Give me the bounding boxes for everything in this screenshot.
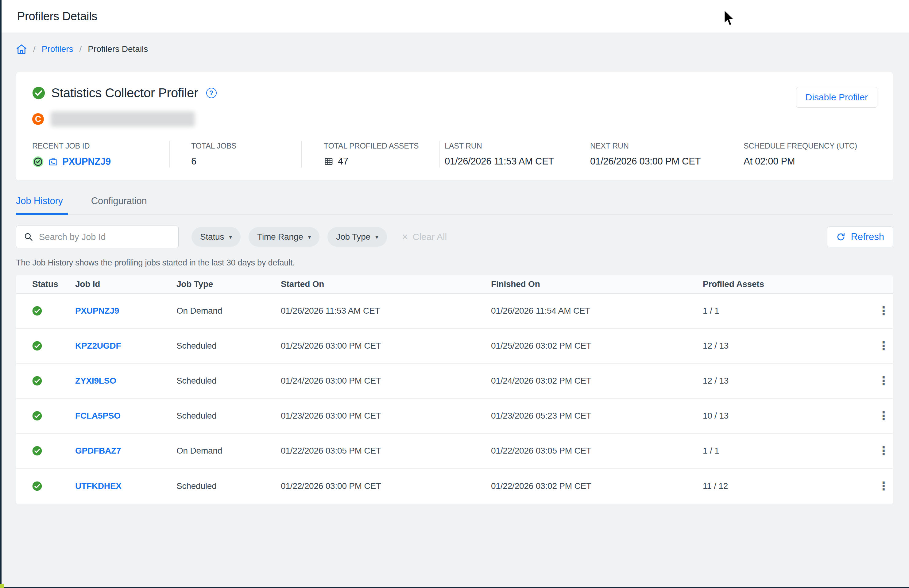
stat-label: RECENT JOB ID xyxy=(32,142,170,150)
started-on-cell: 01/26/2026 11:53 AM CET xyxy=(281,306,491,316)
status-success-icon xyxy=(32,411,75,421)
job-type-cell: Scheduled xyxy=(176,411,281,421)
stat-total-jobs: TOTAL JOBS 6 xyxy=(170,141,302,168)
tab-job-history[interactable]: Job History xyxy=(16,195,64,215)
time-range-filter-dropdown[interactable]: Time Range ▾ xyxy=(249,227,320,247)
search-icon xyxy=(24,232,34,242)
table-row: GPDFBAZ7 On Demand 01/22/2026 03:05 PM C… xyxy=(16,434,893,468)
profiled-assets-cell: 1 / 1 xyxy=(703,446,875,456)
started-on-cell: 01/25/2026 03:00 PM CET xyxy=(281,341,491,351)
status-filter-label: Status xyxy=(200,232,224,242)
breadcrumb-separator: / xyxy=(79,44,82,54)
finished-on-cell: 01/24/2026 03:02 PM CET xyxy=(491,376,703,386)
table-row: ZYXI9LSO Scheduled 01/24/2026 03:00 PM C… xyxy=(16,363,893,399)
status-filter-dropdown[interactable]: Status ▾ xyxy=(192,227,241,247)
disable-profiler-button[interactable]: Disable Profiler xyxy=(796,87,877,108)
refresh-button[interactable]: Refresh xyxy=(827,226,893,247)
profiler-title: Statistics Collector Profiler xyxy=(51,86,198,100)
table-row: UTFKDHEX Scheduled 01/22/2026 03:00 PM C… xyxy=(16,468,893,504)
tab-configuration[interactable]: Configuration xyxy=(91,195,148,215)
kebab-menu-icon[interactable]: ⋮ xyxy=(875,338,893,354)
col-status: Status xyxy=(32,279,75,289)
breadcrumb: / Profilers / Profilers Details xyxy=(16,44,893,55)
chevron-down-icon: ▾ xyxy=(229,233,232,241)
started-on-cell: 01/22/2026 03:00 PM CET xyxy=(281,481,491,491)
job-id-link[interactable]: KPZ2UGDF xyxy=(75,341,121,351)
stat-total-profiled-assets: TOTAL PROFILED ASSETS 47 xyxy=(302,141,440,168)
status-success-icon xyxy=(32,446,75,456)
profiled-assets-cell: 11 / 12 xyxy=(703,481,875,491)
assets-grid-icon xyxy=(324,157,334,166)
job-id-link[interactable]: ZYXI9LSO xyxy=(75,376,116,386)
col-job-type: Job Type xyxy=(176,279,281,289)
cloudera-logo-icon: C xyxy=(32,113,44,125)
recent-job-id-link[interactable]: PXUPNZJ9 xyxy=(62,156,111,167)
profiler-status-check-icon xyxy=(32,87,45,99)
profiled-assets-cell: 12 / 13 xyxy=(703,376,875,386)
kebab-menu-icon[interactable]: ⋮ xyxy=(875,373,893,389)
profiler-summary-card: Statistics Collector Profiler ? Disable … xyxy=(16,72,893,181)
kebab-menu-icon[interactable]: ⋮ xyxy=(875,478,893,494)
col-job-id: Job Id xyxy=(75,279,176,289)
finished-on-cell: 01/25/2026 03:02 PM CET xyxy=(491,341,703,351)
home-icon[interactable] xyxy=(16,44,27,55)
stat-label: TOTAL JOBS xyxy=(191,142,301,150)
top-header: Profilers Details xyxy=(0,0,909,32)
refresh-label: Refresh xyxy=(851,231,884,242)
finished-on-cell: 01/22/2026 03:02 PM CET xyxy=(491,481,703,491)
stat-label: LAST RUN xyxy=(445,142,590,150)
job-id-link[interactable]: UTFKDHEX xyxy=(75,481,121,491)
job-history-note: The Job History shows the profiling jobs… xyxy=(16,258,893,268)
time-range-filter-label: Time Range xyxy=(257,232,303,242)
job-id-link[interactable]: PXUPNZJ9 xyxy=(75,306,119,315)
job-type-filter-dropdown[interactable]: Job Type ▾ xyxy=(328,227,387,247)
finished-on-cell: 01/26/2026 11:54 AM CET xyxy=(491,306,703,316)
table-row: PXUPNZJ9 On Demand 01/26/2026 11:53 AM C… xyxy=(16,294,893,329)
table-row: KPZ2UGDF Scheduled 01/25/2026 03:00 PM C… xyxy=(16,329,893,363)
chevron-down-icon: ▾ xyxy=(308,233,311,241)
job-id-link[interactable]: FCLA5PSO xyxy=(75,411,121,420)
tab-bar: Job History Configuration xyxy=(16,195,893,215)
profiler-stats: RECENT JOB ID xyxy=(32,141,877,168)
status-success-icon xyxy=(32,481,75,491)
stat-schedule-frequency: SCHEDULE FREQUENCY (UTC) At 02:00 PM xyxy=(744,141,877,168)
breadcrumb-profilers-link[interactable]: Profilers xyxy=(42,44,73,54)
stat-recent-job-id: RECENT JOB ID xyxy=(32,141,170,168)
col-profiled-assets: Profiled Assets xyxy=(703,279,875,289)
started-on-cell: 01/22/2026 03:05 PM CET xyxy=(281,446,491,456)
breadcrumb-current: Profilers Details xyxy=(88,44,148,54)
status-success-icon xyxy=(32,376,75,386)
stat-value: 6 xyxy=(191,156,196,167)
search-input[interactable] xyxy=(39,232,171,242)
kebab-menu-icon[interactable]: ⋮ xyxy=(875,443,893,459)
filter-bar: Status ▾ Time Range ▾ Job Type ▾ ✕ Clear… xyxy=(16,226,893,248)
close-icon: ✕ xyxy=(402,232,408,242)
clear-all-button[interactable]: ✕ Clear All xyxy=(402,232,447,242)
refresh-icon xyxy=(836,232,846,242)
job-type-cell: Scheduled xyxy=(176,376,281,386)
stat-value: 01/26/2026 11:53 AM CET xyxy=(445,156,554,167)
page-title: Profilers Details xyxy=(17,10,97,23)
table-header: Status Job Id Job Type Started On Finish… xyxy=(16,275,893,294)
col-started-on: Started On xyxy=(281,279,491,289)
help-icon[interactable]: ? xyxy=(206,88,217,98)
redacted-text xyxy=(51,111,195,127)
kebab-menu-icon[interactable]: ⋮ xyxy=(875,408,893,423)
search-box[interactable] xyxy=(16,226,179,248)
table-row: FCLA5PSO Scheduled 01/23/2026 03:00 PM C… xyxy=(16,399,893,434)
sidebar-edge xyxy=(0,0,2,588)
job-type-cell: On Demand xyxy=(176,446,281,456)
status-success-icon xyxy=(32,306,75,316)
profiled-assets-cell: 12 / 13 xyxy=(703,341,875,351)
job-icon xyxy=(48,157,58,166)
job-id-link[interactable]: GPDFBAZ7 xyxy=(75,446,121,456)
kebab-menu-icon[interactable]: ⋮ xyxy=(875,303,893,318)
stat-label: SCHEDULE FREQUENCY (UTC) xyxy=(744,142,877,150)
finished-on-cell: 01/23/2026 05:23 PM CET xyxy=(491,411,703,421)
clear-all-label: Clear All xyxy=(413,232,447,242)
started-on-cell: 01/24/2026 03:00 PM CET xyxy=(281,376,491,386)
window-bottom-edge xyxy=(0,587,909,588)
status-success-icon xyxy=(32,341,75,351)
stat-label: NEXT RUN xyxy=(590,142,744,150)
stat-value: 47 xyxy=(338,156,348,167)
